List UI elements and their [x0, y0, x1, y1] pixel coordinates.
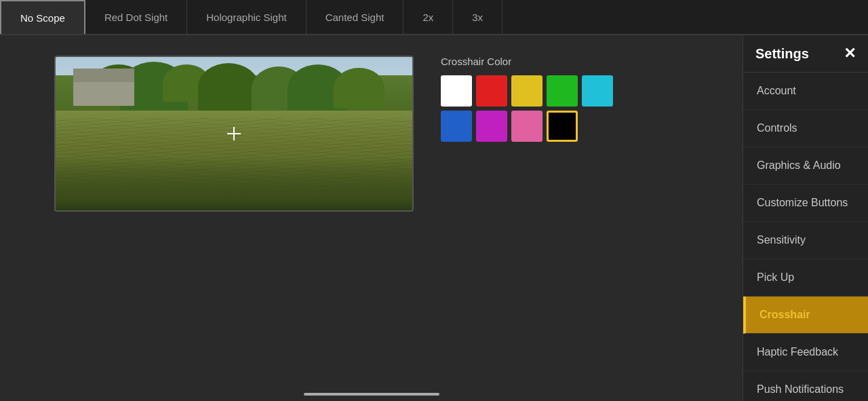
sidebar-item-sensitivity[interactable]: Sensitivity — [743, 222, 868, 259]
scroll-indicator — [304, 393, 439, 396]
sidebar-item-customize-buttons[interactable]: Customize Buttons — [743, 185, 868, 222]
sidebar-item-pick-up[interactable]: Pick Up — [743, 259, 868, 297]
tab-red-dot-sight[interactable]: Red Dot Sight — [85, 0, 187, 34]
swatch-magenta[interactable] — [476, 111, 507, 142]
tab-canted-sight[interactable]: Canted Sight — [307, 0, 404, 34]
sidebar-item-graphics-audio[interactable]: Graphics & Audio — [743, 147, 868, 185]
sidebar-item-push-notifications[interactable]: Push Notifications — [743, 371, 868, 401]
building-roof — [73, 69, 134, 82]
main-content: Crosshair Color Settings ✕ — [0, 35, 868, 401]
content-area: Crosshair Color — [0, 35, 743, 401]
swatch-green[interactable] — [547, 75, 578, 107]
swatch-yellow[interactable] — [511, 75, 542, 107]
sidebar-header: Settings ✕ — [743, 35, 868, 73]
sidebar-item-controls[interactable]: Controls — [743, 110, 868, 147]
grass-bottom — [56, 157, 412, 210]
tab-bar: No Scope Red Dot Sight Holographic Sight… — [0, 0, 868, 35]
swatch-black[interactable] — [547, 111, 578, 142]
tab-3x[interactable]: 3x — [453, 0, 502, 34]
scope-preview — [54, 56, 414, 212]
settings-sidebar: Settings ✕ Account Controls Graphics & A… — [743, 35, 868, 401]
sidebar-item-crosshair[interactable]: Crosshair — [743, 297, 868, 334]
swatch-cyan[interactable] — [582, 75, 613, 107]
preview-container: Crosshair Color — [54, 56, 722, 212]
scene — [56, 57, 412, 210]
swatch-white[interactable] — [441, 75, 472, 107]
tab-holographic-sight[interactable]: Holographic Sight — [187, 0, 306, 34]
swatch-blue[interactable] — [441, 111, 472, 142]
tab-2x[interactable]: 2x — [403, 0, 453, 34]
sidebar-item-haptic-feedback[interactable]: Haptic Feedback — [743, 334, 868, 371]
tree-4 — [198, 63, 259, 111]
building-1 — [73, 79, 134, 106]
sidebar-item-account[interactable]: Account — [743, 73, 868, 110]
swatch-red[interactable] — [476, 75, 507, 107]
tree-7 — [334, 68, 384, 109]
color-grid — [441, 75, 613, 142]
tab-no-scope[interactable]: No Scope — [0, 0, 85, 34]
swatch-pink[interactable] — [511, 111, 542, 142]
close-button[interactable]: ✕ — [844, 45, 856, 62]
settings-title: Settings — [755, 46, 809, 62]
crosshair-color-label: Crosshair Color — [441, 56, 613, 67]
color-picker-section: Crosshair Color — [441, 56, 613, 142]
